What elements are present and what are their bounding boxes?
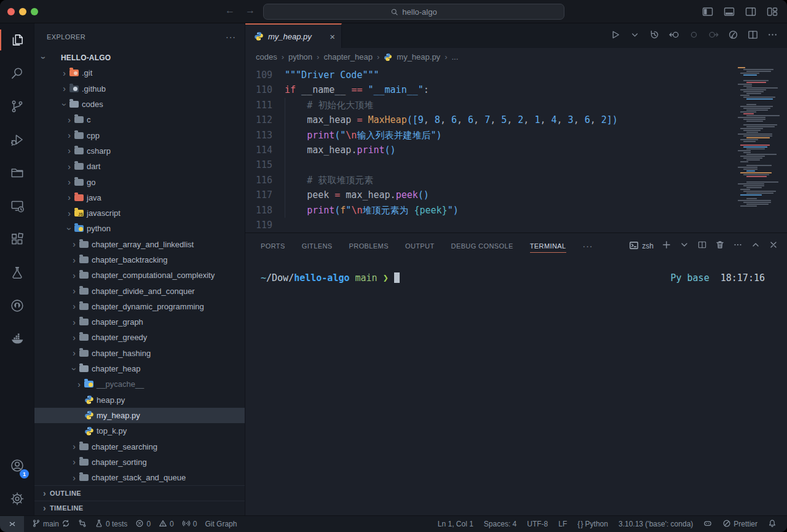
breadcrumb-item[interactable]: ... — [451, 52, 458, 62]
status-broadcast[interactable]: 0 — [182, 519, 197, 530]
tree-item[interactable]: ›__pycache__ — [34, 376, 245, 392]
panel-control-split[interactable] — [697, 240, 707, 252]
tree-item[interactable]: ›.git — [34, 65, 245, 81]
tree-item[interactable]: ›chapter_stack_and_queue — [34, 470, 245, 485]
breadcrumb-item[interactable]: my_heap.py — [397, 52, 440, 62]
tree-item[interactable]: ›cpp — [34, 127, 245, 143]
activity-extensions[interactable] — [0, 223, 34, 256]
activity-testing[interactable] — [0, 256, 34, 289]
tree-item[interactable]: ›java — [34, 190, 245, 205]
panel-control-more-dots[interactable] — [733, 240, 743, 252]
tree-item[interactable]: ›chapter_computational_complexity — [34, 268, 245, 283]
tree-item[interactable]: ›c — [34, 112, 245, 127]
status-git-graph[interactable]: Git Graph — [205, 520, 237, 528]
terminal[interactable]: ~/Dow/hello-algo main ❯ Py base 18:17:16 — [245, 259, 787, 515]
minimap[interactable] — [738, 67, 783, 207]
tree-item[interactable]: ›chapter_sorting — [34, 455, 245, 470]
tree-item[interactable]: my_heap.py — [34, 408, 245, 423]
sidebar-section-outline[interactable]: ›OUTLINE — [34, 485, 245, 500]
editor-action-open-changes[interactable] — [727, 29, 739, 43]
activity-source-control[interactable] — [0, 90, 34, 123]
tree-item[interactable]: ›chapter_searching — [34, 439, 245, 454]
code-editor[interactable]: 109"""Driver Code"""110if __name__ == "_… — [245, 66, 787, 232]
terminal-shell-item[interactable]: zsh — [629, 240, 654, 252]
status-problems-errors[interactable]: 0 — [135, 519, 151, 530]
status-indentation[interactable]: Spaces: 4 — [484, 520, 516, 528]
command-center-search[interactable]: hello-algo — [263, 4, 564, 20]
panel-control-chevron-down[interactable] — [679, 240, 689, 252]
tree-item[interactable]: heap.py — [34, 392, 245, 408]
status-prettier[interactable]: Prettier — [722, 519, 757, 530]
editor-action-more[interactable] — [767, 29, 778, 43]
close-button[interactable] — [7, 8, 15, 15]
history-back-button[interactable]: ← — [223, 5, 237, 16]
tree-item[interactable]: ›codes — [34, 97, 245, 112]
panel-control-close[interactable] — [769, 240, 778, 252]
panel-control-trash[interactable] — [715, 240, 725, 252]
tree-item[interactable]: ›chapter_hashing — [34, 346, 245, 361]
zoom-button[interactable] — [31, 8, 38, 15]
panel-more-tabs-icon[interactable]: ··· — [583, 241, 593, 251]
tree-item[interactable]: ›chapter_graph — [34, 314, 245, 330]
tree-item[interactable]: ›chapter_divide_and_conquer — [34, 283, 245, 298]
breadcrumb-item[interactable]: chapter_heap — [323, 52, 373, 62]
status-cursor-position[interactable]: Ln 1, Col 1 — [438, 520, 473, 528]
editor-action-run-chevron[interactable] — [629, 29, 641, 43]
minimize-button[interactable] — [19, 8, 26, 15]
remote-indicator[interactable] — [0, 516, 24, 532]
breadcrumb[interactable]: codes›python›chapter_heap›my_heap.py›... — [245, 48, 787, 66]
activity-github[interactable] — [0, 289, 34, 322]
layout-custom-icon[interactable] — [766, 6, 778, 20]
tree-item[interactable]: ›chapter_array_and_linkedlist — [34, 237, 245, 252]
tree-item[interactable]: ›chapter_backtracking — [34, 252, 245, 268]
explorer-more-actions-icon[interactable]: ··· — [226, 32, 236, 42]
status-encoding[interactable]: UTF-8 — [527, 520, 548, 528]
status-copilot[interactable] — [703, 519, 712, 530]
editor-action-nav-forward[interactable] — [708, 29, 719, 43]
editor-action-nav-back[interactable] — [668, 29, 680, 43]
tree-item[interactable]: ›chapter_dynamic_programming — [34, 299, 245, 314]
tree-item[interactable]: ›javascript — [34, 205, 245, 221]
tree-item[interactable]: ›python — [34, 221, 245, 236]
panel-tab-ports[interactable]: PORTS — [261, 234, 285, 258]
layout-panel-icon[interactable] — [723, 6, 735, 20]
panel-tab-problems[interactable]: PROBLEMS — [349, 234, 389, 258]
editor-action-run[interactable] — [609, 29, 621, 43]
tab-close-icon[interactable]: × — [330, 31, 335, 42]
status-problems-warnings[interactable]: 0 — [159, 519, 174, 530]
layout-sidebar-left-icon[interactable] — [702, 6, 714, 20]
history-forward-button[interactable]: → — [243, 5, 257, 16]
activity-docker[interactable] — [0, 322, 34, 355]
breadcrumb-item[interactable]: python — [288, 52, 312, 62]
tree-item[interactable]: ›HELLO-ALGO — [34, 50, 245, 65]
activity-folder-view[interactable] — [0, 156, 34, 189]
panel-tab-gitlens[interactable]: GITLENS — [302, 234, 333, 258]
status-language-mode[interactable]: { }Python — [577, 520, 608, 528]
panel-tab-terminal[interactable]: TERMINAL — [530, 234, 566, 258]
status-notifications[interactable] — [768, 519, 777, 530]
layout-sidebar-right-icon[interactable] — [745, 6, 757, 20]
panel-control-chevron-up[interactable] — [751, 240, 761, 252]
panel-tab-debug-console[interactable]: DEBUG CONSOLE — [451, 234, 513, 258]
tree-item[interactable]: ›csharp — [34, 143, 245, 159]
tree-item[interactable]: ›go — [34, 174, 245, 189]
activity-remote-explorer[interactable] — [0, 189, 34, 223]
status-eol[interactable]: LF — [558, 520, 567, 528]
tab-my-heap[interactable]: my_heap.py × — [245, 23, 342, 48]
status-compare-changes[interactable] — [78, 519, 87, 530]
editor-action-split[interactable] — [747, 29, 759, 43]
editor-action-circle[interactable] — [688, 29, 700, 43]
status-python-interpreter[interactable]: 3.10.13 ('base': conda) — [619, 520, 693, 528]
tree-item[interactable]: ›chapter_heap — [34, 361, 245, 376]
activity-run-debug[interactable] — [0, 123, 34, 156]
sidebar-section-timeline[interactable]: ›TIMELINE — [34, 501, 245, 515]
activity-account[interactable]: 1 — [0, 449, 34, 482]
tree-item[interactable]: ›chapter_greedy — [34, 330, 245, 345]
activity-explorer[interactable] — [0, 23, 34, 57]
status-git-branch[interactable]: main — [32, 519, 70, 530]
panel-tab-output[interactable]: OUTPUT — [405, 234, 435, 258]
activity-settings[interactable] — [0, 482, 34, 515]
status-tests[interactable]: 0 tests — [95, 519, 127, 530]
breadcrumb-item[interactable]: codes — [256, 52, 277, 62]
editor-action-history[interactable] — [649, 29, 660, 43]
